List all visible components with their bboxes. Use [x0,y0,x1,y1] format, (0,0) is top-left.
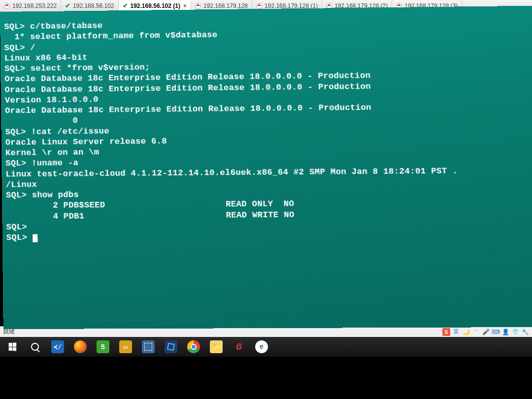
disconnected-icon [195,3,201,9]
taskbar-ie[interactable]: e [251,338,272,356]
explorer-icon: 📁 [210,340,223,353]
vmware-icon: ▭ [119,340,132,353]
search-icon [31,343,39,351]
windows-logo-icon [9,343,17,351]
tab-label: 192.168.179.128 [203,2,248,9]
camtasia-icon: 5 [97,340,109,353]
vscode-icon: ≺∕ [51,340,64,353]
taskbar-vscode[interactable]: ≺∕ [47,338,68,356]
taskbar-chrome[interactable] [183,338,204,356]
snipping-icon [142,340,155,353]
firefox-icon [74,340,87,353]
moon-icon[interactable]: 🌙 [462,328,470,336]
taskbar-search[interactable] [25,338,45,356]
connected-icon: ✔ [123,2,128,9]
taskbar-camtasia[interactable]: 5 [93,338,113,356]
connection-tab-0[interactable]: 192.168.253.222 [0,0,61,11]
mic-icon[interactable]: 🎤 [482,328,490,336]
taskbar-foxit[interactable]: G [229,338,249,356]
tab-label: 192.168.56.102 [73,2,114,9]
separator-icon: ' [472,328,480,336]
windows-taskbar: ≺∕ 5 ▭ 📁 G e [0,337,532,357]
status-tray: S 英 🌙 ' 🎤 ⌨ 👤 👕 🔧 [442,328,529,336]
screen-bezel [0,357,532,399]
wrench-icon[interactable]: 🔧 [521,328,529,336]
tools-icon[interactable]: 👕 [511,328,519,336]
keyboard-icon[interactable]: ⌨ [492,328,499,336]
ime-lang-indicator[interactable]: 英 [452,328,460,336]
close-icon[interactable]: × [183,2,187,9]
tab-label: 192.168.253.222 [12,2,57,9]
ie-icon: e [255,340,268,353]
tab-label: 192.168.56.102 (1) [131,2,180,9]
foxit-icon: G [233,340,245,353]
cursor [33,234,37,242]
virtualbox-icon [165,340,177,353]
taskbar-firefox[interactable] [70,338,91,356]
disconnected-icon [256,3,262,9]
start-button[interactable] [2,338,23,356]
taskbar-virtualbox[interactable] [161,338,181,356]
user-icon[interactable]: 👤 [501,328,509,336]
connected-icon: ✔ [65,2,70,9]
connection-tab-1[interactable]: ✔192.168.56.102 [61,0,118,11]
taskbar-explorer[interactable]: 📁 [206,338,227,356]
disconnected-icon [4,3,10,9]
ime-sogou-icon[interactable]: S [442,328,450,336]
taskbar-vmware[interactable]: ▭ [115,338,136,356]
taskbar-snipping[interactable] [138,338,159,356]
ssh-terminal[interactable]: SQL> c/tbase/tabase 1* select platform_n… [0,6,532,330]
chrome-icon [187,340,200,353]
